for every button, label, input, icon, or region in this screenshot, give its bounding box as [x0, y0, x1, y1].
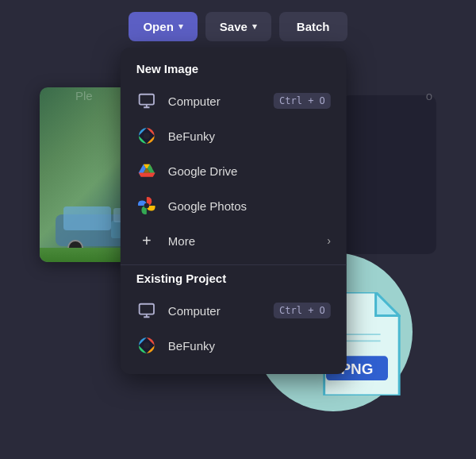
menu-item-gphotos-new[interactable]: Google Photos: [121, 188, 347, 223]
befunky-icon: [136, 125, 157, 146]
batch-button[interactable]: Batch: [279, 12, 347, 41]
svg-rect-12: [140, 94, 154, 105]
monitor-icon: [136, 91, 157, 111]
gdrive-new-label: Google Drive: [168, 164, 331, 178]
computer-new-shortcut: Ctrl + O: [274, 93, 331, 109]
menu-divider: [121, 264, 347, 265]
more-chevron-icon: ›: [327, 234, 331, 247]
open-dropdown-menu: New Image Computer Ctrl + O BeFunky: [121, 48, 347, 374]
menu-item-befunky-new[interactable]: BeFunky: [121, 118, 347, 153]
computer-existing-shortcut: Ctrl + O: [274, 303, 331, 318]
save-button[interactable]: Save ▾: [205, 12, 271, 41]
svg-rect-1: [63, 206, 111, 230]
svg-point-22: [144, 342, 150, 349]
batch-label: Batch: [297, 20, 330, 33]
new-image-section-title: New Image: [121, 62, 347, 83]
google-drive-icon: [136, 160, 157, 181]
open-button[interactable]: Open ▾: [129, 12, 197, 41]
google-photos-icon: [136, 195, 157, 216]
open-chevron-icon: ▾: [178, 21, 183, 32]
menu-item-computer-existing[interactable]: Computer Ctrl + O: [121, 293, 347, 328]
monitor-existing-icon: [136, 300, 157, 321]
bg-text-right: o: [426, 89, 432, 102]
gphotos-new-label: Google Photos: [168, 199, 331, 213]
menu-item-computer-new[interactable]: Computer Ctrl + O: [121, 83, 347, 118]
befunky-existing-label: BeFunky: [168, 339, 331, 353]
menu-item-befunky-existing[interactable]: BeFunky: [121, 328, 347, 363]
befunky-new-label: BeFunky: [168, 129, 331, 143]
svg-point-16: [144, 133, 150, 139]
plus-icon: +: [136, 230, 157, 251]
menu-item-gdrive-new[interactable]: Google Drive: [121, 153, 347, 188]
bg-text-left: Ple: [75, 89, 93, 102]
computer-existing-label: Computer: [168, 304, 263, 318]
svg-point-17: [144, 203, 149, 208]
open-label: Open: [143, 20, 173, 33]
menu-item-more[interactable]: + More ›: [121, 223, 347, 258]
dark-card-right: [341, 95, 436, 254]
computer-new-label: Computer: [168, 94, 263, 108]
more-label: More: [168, 234, 316, 248]
svg-marker-7: [376, 292, 400, 316]
existing-project-section-title: Existing Project: [121, 272, 347, 293]
svg-rect-18: [140, 304, 154, 314]
save-chevron-icon: ▾: [252, 21, 257, 32]
toolbar: Open ▾ Save ▾ Batch: [0, 12, 476, 41]
befunky-existing-icon: [136, 335, 157, 356]
save-label: Save: [220, 20, 248, 33]
